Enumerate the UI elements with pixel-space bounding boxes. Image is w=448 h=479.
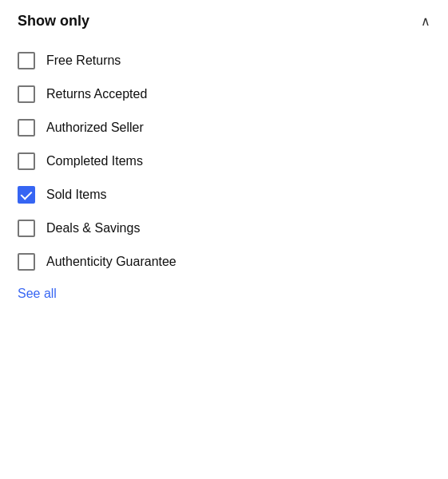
checkbox-authenticity-guarantee[interactable] (18, 253, 35, 271)
label-authenticity-guarantee: Authenticity Guarantee (46, 255, 176, 269)
filter-item-completed-items[interactable]: Completed Items (18, 144, 430, 178)
show-only-panel: Show only ∧ Free ReturnsReturns Accepted… (18, 13, 430, 301)
label-free-returns: Free Returns (46, 53, 121, 68)
label-completed-items: Completed Items (46, 154, 143, 168)
checkbox-sold-items[interactable] (18, 186, 35, 204)
label-authorized-seller: Authorized Seller (46, 121, 144, 135)
checkbox-authorized-seller[interactable] (18, 119, 35, 137)
panel-title: Show only (18, 13, 89, 30)
filter-item-returns-accepted[interactable]: Returns Accepted (18, 77, 430, 111)
filter-item-authorized-seller[interactable]: Authorized Seller (18, 111, 430, 144)
filter-list: Free ReturnsReturns AcceptedAuthorized S… (18, 44, 430, 279)
checkbox-free-returns[interactable] (18, 52, 35, 69)
label-sold-items: Sold Items (46, 188, 107, 202)
collapse-icon[interactable]: ∧ (421, 14, 430, 29)
checkbox-returns-accepted[interactable] (18, 85, 35, 103)
label-returns-accepted: Returns Accepted (46, 87, 147, 101)
filter-item-sold-items[interactable]: Sold Items (18, 178, 430, 212)
checkbox-deals-savings[interactable] (18, 220, 35, 237)
label-deals-savings: Deals & Savings (46, 221, 140, 236)
see-all-link[interactable]: See all (18, 287, 57, 301)
filter-item-free-returns[interactable]: Free Returns (18, 44, 430, 77)
panel-header: Show only ∧ (18, 13, 430, 30)
filter-item-authenticity-guarantee[interactable]: Authenticity Guarantee (18, 245, 430, 279)
filter-item-deals-savings[interactable]: Deals & Savings (18, 212, 430, 245)
checkbox-completed-items[interactable] (18, 152, 35, 170)
